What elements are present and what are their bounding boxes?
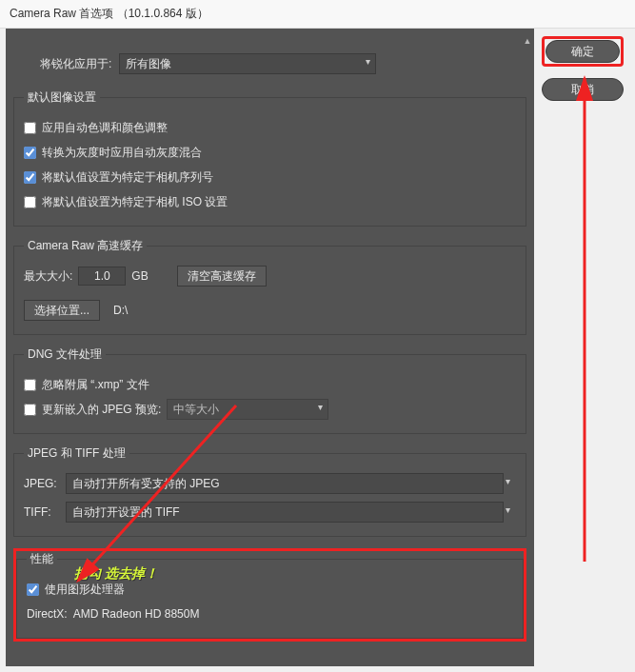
maxsize-input[interactable] — [78, 267, 126, 286]
ok-button[interactable]: 确定 — [546, 40, 620, 63]
maxsize-label: 最大大小: — [24, 268, 72, 285]
location-path: D:\ — [113, 304, 128, 317]
cb-camera-iso[interactable] — [24, 196, 36, 208]
cache-group: Camera Raw 高速缓存 最大大小: GB 清空高速缓存 选择位置... … — [13, 238, 526, 335]
directx-value: AMD Radeon HD 8850M — [73, 607, 200, 621]
jpeg-select[interactable]: 自动打开所有受支持的 JPEG — [66, 473, 504, 494]
window-title: Camera Raw 首选项 （10.1.0.864 版） — [0, 0, 635, 29]
cb-use-gpu-label: 使用图形处理器 — [45, 582, 125, 598]
sharpen-row: 将锐化应用于: 所有图像 — [13, 32, 526, 78]
tiff-select[interactable]: 自动打开设置的 TIFF — [66, 502, 504, 523]
cb-auto-tone[interactable] — [24, 122, 36, 134]
cb-update-jpeg-label: 更新嵌入的 JPEG 预览: — [42, 402, 161, 418]
perf-legend: 性能 — [27, 551, 57, 567]
choose-location-button[interactable]: 选择位置... — [24, 300, 100, 321]
jpeg-label: JPEG: — [24, 477, 60, 490]
main-panel: ▲ 将锐化应用于: 所有图像 默认图像设置 应用自动色调和颜色调整 转换为灰度时… — [6, 29, 534, 666]
cb-camera-serial-label: 将默认值设置为特定于相机序列号 — [42, 169, 213, 186]
cb-auto-tone-label: 应用自动色调和颜色调整 — [42, 120, 168, 136]
ok-highlight: 确定 — [542, 36, 624, 67]
cb-auto-grayscale-label: 转换为灰度时应用自动灰度混合 — [42, 145, 202, 161]
maxsize-unit: GB — [131, 269, 148, 283]
defaults-legend: 默认图像设置 — [24, 89, 100, 106]
defaults-group: 默认图像设置 应用自动色调和颜色调整 转换为灰度时应用自动灰度混合 将默认值设置… — [13, 89, 526, 227]
clear-cache-button[interactable]: 清空高速缓存 — [177, 266, 267, 287]
dng-group: DNG 文件处理 忽略附属 “.xmp” 文件 更新嵌入的 JPEG 预览: 中… — [13, 346, 526, 434]
cb-camera-iso-label: 将默认值设置为特定于相机 ISO 设置 — [42, 194, 228, 210]
sharpen-select[interactable]: 所有图像 — [119, 53, 376, 74]
sharpen-label: 将锐化应用于: — [40, 56, 111, 72]
dng-legend: DNG 文件处理 — [24, 346, 106, 363]
cb-update-jpeg[interactable] — [24, 404, 36, 416]
cancel-button[interactable]: 取消 — [542, 78, 624, 101]
cache-legend: Camera Raw 高速缓存 — [24, 238, 147, 254]
tiff-label: TIFF: — [24, 505, 60, 519]
directx-label: DirectX: — [27, 607, 68, 621]
right-buttons: 确定 取消 — [542, 36, 624, 101]
cb-ignore-xmp[interactable] — [24, 379, 36, 391]
perf-highlight-box: 性能 把勾 选去掉！ 使用图形处理器 DirectX: AMD Radeon H… — [13, 548, 526, 642]
cb-ignore-xmp-label: 忽略附属 “.xmp” 文件 — [42, 377, 149, 393]
jpeg-preview-select[interactable]: 中等大小 — [167, 399, 328, 420]
jpeg-tiff-group: JPEG 和 TIFF 处理 JPEG: 自动打开所有受支持的 JPEG TIF… — [13, 445, 526, 537]
cb-use-gpu[interactable] — [27, 583, 39, 596]
cb-auto-grayscale[interactable] — [24, 147, 36, 159]
jpeg-tiff-legend: JPEG 和 TIFF 处理 — [24, 445, 129, 462]
perf-group: 性能 把勾 选去掉！ 使用图形处理器 DirectX: AMD Radeon H… — [16, 551, 524, 639]
annotation-text: 把勾 选去掉！ — [74, 565, 158, 583]
cb-camera-serial[interactable] — [24, 171, 36, 184]
